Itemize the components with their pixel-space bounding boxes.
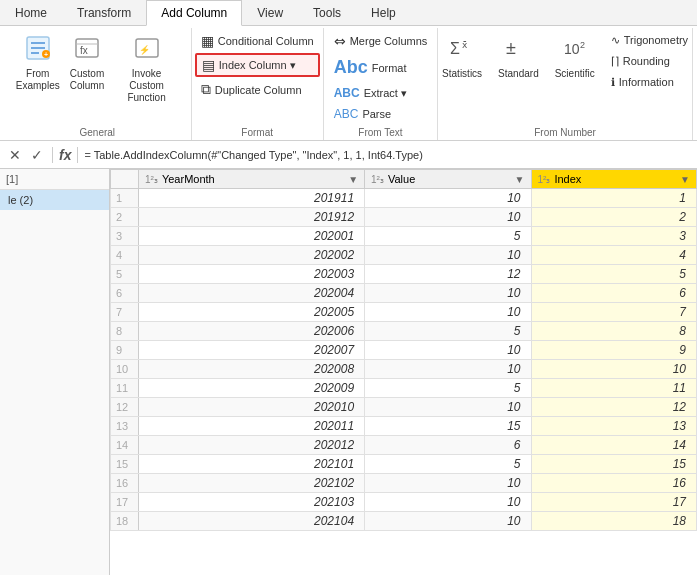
yearmonth-header[interactable]: 1²₃YearMonth ▼ bbox=[139, 170, 365, 189]
invoke-custom-label: Invoke CustomFunction bbox=[117, 68, 177, 104]
format-group-label: Format bbox=[241, 124, 273, 140]
scientific-label: Scientific bbox=[555, 68, 595, 80]
yearmonth-cell: 202102 bbox=[139, 474, 365, 493]
formula-input[interactable]: = Table.AddIndexColumn(#"Changed Type", … bbox=[84, 149, 691, 161]
format-text-label: Format bbox=[372, 62, 407, 74]
format-text-button[interactable]: Abc Format bbox=[328, 53, 434, 82]
tab-home[interactable]: Home bbox=[0, 0, 62, 25]
from-text-group-label: From Text bbox=[358, 124, 402, 140]
index-cell: 5 bbox=[531, 265, 697, 284]
trigonometry-button[interactable]: ∿ Trigonometry bbox=[605, 30, 694, 50]
table-row[interactable]: 5 202003 12 5 bbox=[111, 265, 697, 284]
table-row[interactable]: 8 202006 5 8 bbox=[111, 322, 697, 341]
yearmonth-filter-icon[interactable]: ▼ bbox=[348, 174, 358, 185]
table-row[interactable]: 18 202104 10 18 bbox=[111, 512, 697, 531]
yearmonth-cell: 202003 bbox=[139, 265, 365, 284]
row-number: 12 bbox=[111, 398, 139, 417]
row-number: 18 bbox=[111, 512, 139, 531]
row-number: 16 bbox=[111, 474, 139, 493]
value-cell: 10 bbox=[365, 474, 531, 493]
value-cell: 12 bbox=[365, 265, 531, 284]
conditional-column-button[interactable]: ▦ Conditional Column bbox=[195, 30, 320, 52]
svg-text:±: ± bbox=[506, 38, 516, 58]
yearmonth-cell: 202103 bbox=[139, 493, 365, 512]
value-cell: 10 bbox=[365, 189, 531, 208]
table-row[interactable]: 14 202012 6 14 bbox=[111, 436, 697, 455]
yearmonth-cell: 202012 bbox=[139, 436, 365, 455]
scientific-button[interactable]: 10 2 Scientific bbox=[549, 30, 601, 84]
table-row[interactable]: 10 202008 10 10 bbox=[111, 360, 697, 379]
value-cell: 5 bbox=[365, 322, 531, 341]
table-row[interactable]: 16 202102 10 16 bbox=[111, 474, 697, 493]
custom-column-button[interactable]: fx CustomColumn bbox=[66, 30, 109, 96]
index-cell: 13 bbox=[531, 417, 697, 436]
tab-tools[interactable]: Tools bbox=[298, 0, 356, 25]
standard-button[interactable]: ± Standard bbox=[492, 30, 545, 84]
index-filter-icon[interactable]: ▼ bbox=[680, 174, 690, 185]
left-panel-item[interactable]: le (2) bbox=[0, 190, 109, 210]
svg-text:+: + bbox=[44, 51, 48, 58]
ribbon-group-from-number: Σ x̄ Statistics ± Standard bbox=[438, 28, 693, 140]
yearmonth-cell: 202008 bbox=[139, 360, 365, 379]
index-cell: 4 bbox=[531, 246, 697, 265]
value-cell: 5 bbox=[365, 455, 531, 474]
table-row[interactable]: 9 202007 10 9 bbox=[111, 341, 697, 360]
cancel-formula-icon[interactable]: ✕ bbox=[6, 146, 24, 164]
tab-help[interactable]: Help bbox=[356, 0, 411, 25]
rounding-button[interactable]: ⌈⌉ Rounding bbox=[605, 51, 694, 71]
formula-bar: ✕ ✓ fx = Table.AddIndexColumn(#"Changed … bbox=[0, 141, 697, 169]
index-cell: 17 bbox=[531, 493, 697, 512]
value-filter-icon[interactable]: ▼ bbox=[515, 174, 525, 185]
table-row[interactable]: 7 202005 10 7 bbox=[111, 303, 697, 322]
tab-transform[interactable]: Transform bbox=[62, 0, 146, 25]
yearmonth-label: YearMonth bbox=[162, 173, 215, 185]
data-table: 1²₃YearMonth ▼ 1²₃Value ▼ 1²₃Index bbox=[110, 169, 697, 531]
extract-button[interactable]: ABC Extract ▾ bbox=[328, 83, 434, 103]
yearmonth-cell: 202011 bbox=[139, 417, 365, 436]
index-cell: 15 bbox=[531, 455, 697, 474]
information-button[interactable]: ℹ Information bbox=[605, 72, 694, 92]
table-row[interactable]: 12 202010 10 12 bbox=[111, 398, 697, 417]
value-cell: 5 bbox=[365, 379, 531, 398]
invoke-custom-button[interactable]: ⚡ Invoke CustomFunction bbox=[111, 30, 183, 108]
merge-columns-button[interactable]: ⇔ Merge Columns bbox=[328, 30, 434, 52]
index-column-button[interactable]: ▤ Index Column ▾ bbox=[195, 53, 320, 77]
tab-view[interactable]: View bbox=[242, 0, 298, 25]
ribbon-group-from-text: ⇔ Merge Columns Abc Format ABC Extract ▾… bbox=[324, 28, 438, 140]
value-cell: 5 bbox=[365, 227, 531, 246]
table-row[interactable]: 4 202002 10 4 bbox=[111, 246, 697, 265]
rounding-label: Rounding bbox=[623, 55, 670, 67]
left-panel-header: [1] bbox=[0, 169, 109, 190]
row-number: 6 bbox=[111, 284, 139, 303]
value-type: 1²₃ bbox=[371, 174, 384, 185]
value-label: Value bbox=[388, 173, 415, 185]
extract-label: Extract ▾ bbox=[364, 87, 407, 100]
confirm-formula-icon[interactable]: ✓ bbox=[28, 146, 46, 164]
table-row[interactable]: 3 202001 5 3 bbox=[111, 227, 697, 246]
index-cell: 9 bbox=[531, 341, 697, 360]
main-area: [1] le (2) 1²₃YearMonth ▼ 1²₃Value bbox=[0, 169, 697, 575]
value-header[interactable]: 1²₃Value ▼ bbox=[365, 170, 531, 189]
index-cell: 14 bbox=[531, 436, 697, 455]
general-group-label: General bbox=[80, 124, 116, 140]
duplicate-column-button[interactable]: ⧉ Duplicate Column bbox=[195, 78, 320, 101]
table-row[interactable]: 11 202009 5 11 bbox=[111, 379, 697, 398]
table-row[interactable]: 15 202101 5 15 bbox=[111, 455, 697, 474]
table-row[interactable]: 2 201912 10 2 bbox=[111, 208, 697, 227]
table-row[interactable]: 1 201911 10 1 bbox=[111, 189, 697, 208]
parse-button[interactable]: ABC Parse bbox=[328, 104, 434, 124]
from-examples-button[interactable]: + FromExamples bbox=[12, 30, 64, 96]
table-row[interactable]: 13 202011 15 13 bbox=[111, 417, 697, 436]
parse-icon: ABC bbox=[334, 107, 359, 121]
from-number-group-label: From Number bbox=[534, 124, 596, 140]
standard-icon: ± bbox=[504, 34, 532, 66]
row-number: 17 bbox=[111, 493, 139, 512]
ribbon-tab-bar: Home Transform Add Column View Tools Hel… bbox=[0, 0, 697, 26]
trigonometry-label: Trigonometry bbox=[624, 34, 688, 46]
index-cell: 1 bbox=[531, 189, 697, 208]
table-row[interactable]: 17 202103 10 17 bbox=[111, 493, 697, 512]
index-header[interactable]: 1²₃Index ▼ bbox=[531, 170, 697, 189]
tab-add-column[interactable]: Add Column bbox=[146, 0, 242, 26]
statistics-button[interactable]: Σ x̄ Statistics bbox=[436, 30, 488, 84]
table-row[interactable]: 6 202004 10 6 bbox=[111, 284, 697, 303]
